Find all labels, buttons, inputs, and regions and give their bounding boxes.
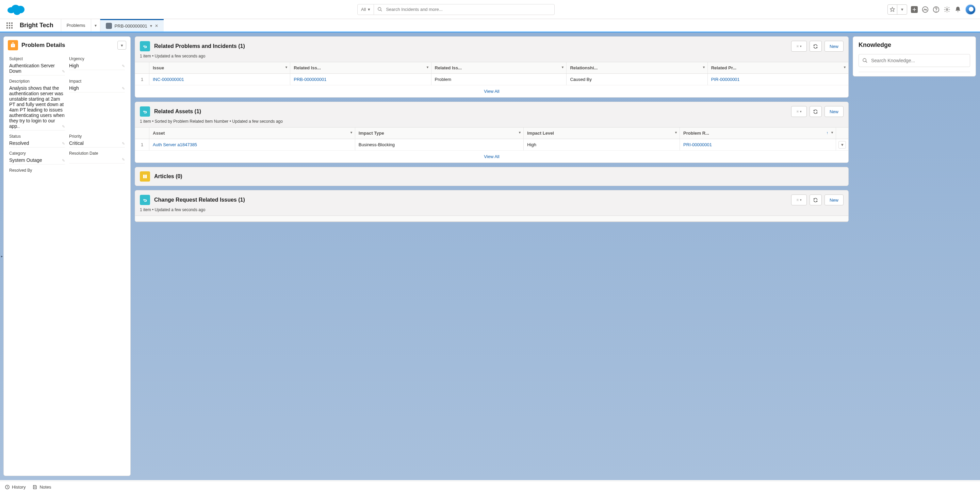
view-all-link[interactable]: View All: [135, 151, 848, 163]
sort-asc-icon: ↑: [827, 130, 829, 135]
search-scope-label: All: [361, 7, 366, 12]
related-pr-link[interactable]: PIR-00000001: [711, 77, 740, 82]
gear-icon[interactable]: [943, 6, 951, 13]
refresh-button[interactable]: [810, 106, 822, 117]
list-settings-button[interactable]: ▾: [791, 41, 807, 52]
status-value[interactable]: Resolved✎: [9, 140, 65, 147]
articles-title[interactable]: Articles (0): [154, 173, 182, 179]
search-scope-picker[interactable]: All ▾: [358, 5, 374, 14]
urgency-value[interactable]: High✎: [69, 62, 125, 70]
tab-problems[interactable]: Problems: [61, 19, 91, 32]
list-settings-button[interactable]: ▾: [791, 195, 807, 205]
related-issue-link[interactable]: PRB-000000001: [294, 77, 326, 82]
chevron-down-icon: ▾: [562, 65, 563, 69]
resolution-date-value[interactable]: ✎: [69, 157, 125, 163]
column-relationship[interactable]: Relationshi...▾: [566, 62, 708, 73]
related-assets-subtitle: 1 item • Sorted by Problem Related Item …: [135, 118, 848, 127]
chevron-down-icon: ▾: [350, 130, 352, 134]
impact-level: High: [524, 139, 680, 150]
row-number: 1: [135, 139, 150, 150]
edit-icon: ✎: [122, 141, 125, 146]
search-icon: [862, 58, 868, 63]
table-row: 1 INC-000000001 PRB-000000001 Problem Ca…: [135, 74, 848, 86]
problem-r-link[interactable]: PRI-00000001: [683, 142, 712, 147]
left-expand-handle[interactable]: ▸: [0, 32, 3, 480]
star-icon: [888, 5, 897, 14]
relationship-type: Caused By: [566, 74, 708, 85]
subject-label: Subject: [9, 56, 65, 61]
impact-label: Impact: [69, 79, 125, 84]
knowledge-card: Knowledge: [853, 36, 976, 76]
subject-value[interactable]: Authentication Server Down✎: [9, 62, 65, 76]
chevron-down-icon: ▾: [844, 65, 846, 69]
priority-value[interactable]: Critical✎: [69, 140, 125, 147]
tab-label: PRB-000000001: [115, 24, 147, 29]
utility-notes[interactable]: Notes: [32, 485, 51, 490]
view-all-link[interactable]: View All: [135, 86, 848, 97]
row-actions-menu[interactable]: ▾: [836, 139, 848, 150]
impact-value[interactable]: High✎: [69, 85, 125, 92]
svg-point-10: [936, 11, 937, 11]
add-button[interactable]: [911, 6, 918, 13]
new-button[interactable]: New: [824, 106, 843, 117]
app-launcher[interactable]: [3, 19, 16, 32]
table-header: [135, 216, 848, 222]
chevron-down-icon: ▾: [285, 65, 287, 69]
svg-point-14: [797, 46, 798, 47]
favorites-button[interactable]: ▾: [888, 5, 907, 14]
app-name: Bright Tech: [16, 19, 61, 32]
change-request-title[interactable]: Change Request Related Issues (1): [154, 197, 245, 203]
list-settings-button[interactable]: ▾: [791, 106, 807, 117]
problem-details-title: Problem Details: [21, 42, 65, 49]
asset-link[interactable]: Auth Server a1847385: [153, 142, 197, 147]
edit-icon: ✎: [62, 141, 65, 146]
edit-icon: ✎: [122, 157, 125, 162]
related-icon: [140, 41, 150, 51]
column-asset[interactable]: Asset▾: [150, 127, 355, 139]
global-search-input[interactable]: [386, 7, 551, 12]
column-related-pr[interactable]: Related Pr...▾: [708, 62, 848, 73]
refresh-button[interactable]: [810, 41, 822, 52]
related-problems-title[interactable]: Related Problems and Incidents (1): [154, 43, 245, 49]
column-issue[interactable]: Issue▾: [150, 62, 290, 73]
global-search[interactable]: All ▾: [357, 4, 555, 15]
related-icon: [140, 195, 150, 205]
help-icon[interactable]: [932, 6, 940, 13]
svg-line-18: [865, 61, 867, 63]
utility-history[interactable]: History: [5, 485, 25, 490]
new-button[interactable]: New: [824, 41, 843, 52]
user-avatar[interactable]: [965, 4, 976, 15]
category-label: Category: [9, 151, 65, 156]
nav-bar: Bright Tech Problems ▾ PRB-000000001 ▾ ✕: [0, 19, 980, 32]
column-related-issue[interactable]: Related Iss...▾: [290, 62, 431, 73]
column-related-issue-type[interactable]: Related Iss...▾: [431, 62, 567, 73]
new-button[interactable]: New: [824, 195, 843, 205]
related-assets-title[interactable]: Related Assets (1): [154, 108, 201, 114]
chevron-down-icon[interactable]: ▾: [150, 24, 152, 28]
knowledge-search-input[interactable]: [871, 58, 966, 63]
description-label: Description: [9, 79, 65, 84]
svg-point-15: [797, 111, 798, 112]
case-icon: [106, 23, 112, 29]
knowledge-search[interactable]: [859, 54, 970, 67]
tab-prb-record[interactable]: PRB-000000001 ▾ ✕: [100, 19, 164, 32]
column-impact-type[interactable]: Impact Type▾: [355, 127, 524, 139]
urgency-label: Urgency: [69, 56, 125, 61]
trailhead-icon[interactable]: [921, 6, 929, 13]
card-menu-button[interactable]: ▾: [118, 41, 126, 50]
tab-problems-menu[interactable]: ▾: [91, 19, 100, 32]
refresh-button[interactable]: [810, 195, 822, 205]
category-value[interactable]: System Outage✎: [9, 157, 65, 165]
description-value[interactable]: Analysis shows that the authentication s…: [9, 85, 65, 130]
edit-icon: ✎: [62, 69, 65, 74]
chevron-down-icon: ▾: [703, 65, 705, 69]
column-problem-r[interactable]: Problem R...↑▾: [680, 127, 836, 139]
edit-icon: ✎: [122, 64, 125, 68]
table-header: Issue▾ Related Iss...▾ Related Iss...▾ R…: [135, 62, 848, 74]
svg-line-5: [381, 10, 382, 11]
close-icon[interactable]: ✕: [155, 24, 158, 28]
issue-link[interactable]: INC-000000001: [153, 77, 184, 82]
bell-icon[interactable]: [954, 6, 962, 13]
edit-icon: ✎: [62, 124, 65, 129]
column-impact-level[interactable]: Impact Level▾: [524, 127, 680, 139]
